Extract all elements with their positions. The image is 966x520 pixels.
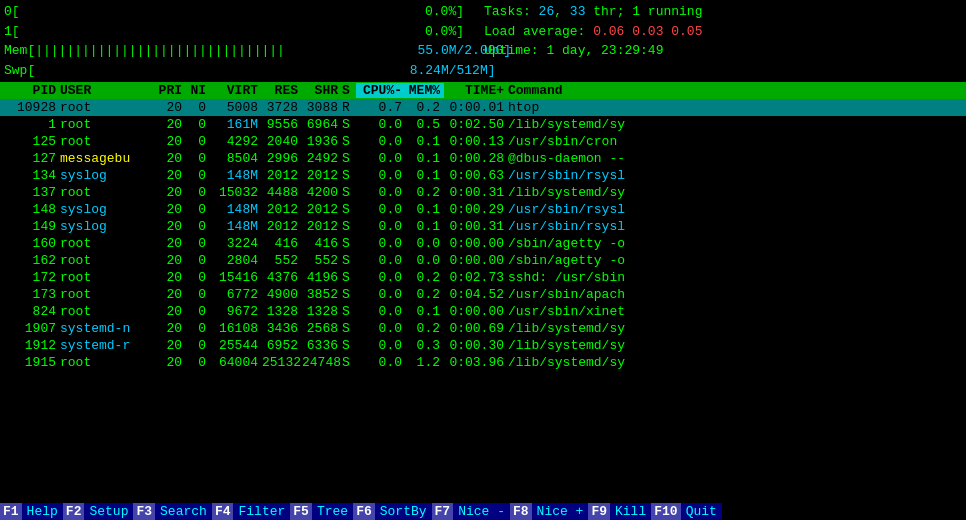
swp-bar	[35, 61, 43, 81]
load-v1: 0.06 0.03 0.05	[593, 24, 702, 39]
cpu0-label: 0[	[4, 2, 20, 22]
uptime-val: 1 day, 23:29:49	[546, 43, 663, 58]
cpu1-bar	[20, 22, 425, 42]
tasks-n1: 26	[539, 4, 555, 19]
f7-label: Nice -	[453, 503, 510, 520]
col-time[interactable]: TIME+	[444, 83, 508, 98]
tasks-n3: 1 running	[632, 4, 702, 19]
table-row[interactable]: 137 root 20 0 15032 4488 4200 S 0.0 0.2 …	[0, 184, 966, 201]
f10-label: Quit	[681, 503, 722, 520]
table-row[interactable]: 125 root 20 0 4292 2040 1936 S 0.0 0.1 0…	[0, 133, 966, 150]
cpu1-pct: 0.0%]	[425, 22, 464, 42]
col-s[interactable]: S	[342, 83, 356, 98]
f8-key: F8	[510, 503, 532, 520]
table-row[interactable]: 149 syslog 20 0 148M 2012 2012 S 0.0 0.1…	[0, 218, 966, 235]
table-row[interactable]: 1907 systemd-n 20 0 16108 3436 2568 S 0.…	[0, 320, 966, 337]
f6-key: F6	[353, 503, 375, 520]
cpu0-bar	[20, 2, 425, 22]
col-res[interactable]: RES	[262, 83, 302, 98]
f4-label: Filter	[233, 503, 290, 520]
column-headers: PID USER PRI NI VIRT RES SHR S CPU%- MEM…	[0, 82, 966, 99]
f2-key: F2	[63, 503, 85, 520]
process-list: 10928 root 20 0 5008 3728 3088 R 0.7 0.2…	[0, 99, 966, 371]
mem-row: Mem[ |||||||||||||||||||||||||||||||| 55…	[4, 41, 962, 61]
swp-label: Swp[	[4, 61, 35, 81]
footer-item-f8[interactable]: F8 Nice +	[510, 503, 588, 520]
table-row[interactable]: 173 root 20 0 6772 4900 3852 S 0.0 0.2 0…	[0, 286, 966, 303]
tasks-label: Tasks:	[484, 4, 539, 19]
footer-item-f5[interactable]: F5 Tree	[290, 503, 353, 520]
f6-label: SortBy	[375, 503, 432, 520]
table-row[interactable]: 10928 root 20 0 5008 3728 3088 R 0.7 0.2…	[0, 99, 966, 116]
col-ni[interactable]: NI	[186, 83, 210, 98]
tasks-n2: 33	[570, 4, 586, 19]
table-row[interactable]: 1912 systemd-r 20 0 25544 6952 6336 S 0.…	[0, 337, 966, 354]
col-cmd[interactable]: Command	[508, 83, 962, 98]
col-shr[interactable]: SHR	[302, 83, 342, 98]
footer-item-f7[interactable]: F7 Nice -	[432, 503, 510, 520]
cpu1-row: 1[ 0.0%] Load average: 0.06 0.03 0.05	[4, 22, 962, 42]
f5-key: F5	[290, 503, 312, 520]
f7-key: F7	[432, 503, 454, 520]
table-row[interactable]: 824 root 20 0 9672 1328 1328 S 0.0 0.1 0…	[0, 303, 966, 320]
f1-key: F1	[0, 503, 22, 520]
f4-key: F4	[212, 503, 234, 520]
cpu1-label: 1[	[4, 22, 20, 42]
table-row[interactable]: 127 messagebu 20 0 8504 2996 2492 S 0.0 …	[0, 150, 966, 167]
htop-window: 0[ 0.0%] Tasks: 26, 33 thr; 1 running 1[	[0, 0, 966, 520]
col-cpu[interactable]: CPU%-	[356, 83, 406, 98]
swp-row: Swp[ 8.24M/512M]	[4, 61, 962, 81]
footer-item-f1[interactable]: F1 Help	[0, 503, 63, 520]
load-label: Load average:	[484, 24, 593, 39]
table-row[interactable]: 160 root 20 0 3224 416 416 S 0.0 0.0 0:0…	[0, 235, 966, 252]
f9-key: F9	[588, 503, 610, 520]
col-user[interactable]: USER	[60, 83, 150, 98]
footer-item-f9[interactable]: F9 Kill	[588, 503, 651, 520]
header: 0[ 0.0%] Tasks: 26, 33 thr; 1 running 1[	[0, 0, 966, 80]
footer-item-f2[interactable]: F2 Setup	[63, 503, 134, 520]
f9-label: Kill	[610, 503, 651, 520]
swp-val: 8.24M/512M]	[43, 61, 495, 81]
footer: F1 Help F2 Setup F3 Search F4 Filter F5 …	[0, 503, 966, 520]
footer-item-f6[interactable]: F6 SortBy	[353, 503, 431, 520]
f3-key: F3	[133, 503, 155, 520]
footer-item-f3[interactable]: F3 Search	[133, 503, 211, 520]
f8-label: Nice +	[532, 503, 589, 520]
table-row[interactable]: 134 syslog 20 0 148M 2012 2012 S 0.0 0.1…	[0, 167, 966, 184]
table-row[interactable]: 162 root 20 0 2804 552 552 S 0.0 0.0 0:0…	[0, 252, 966, 269]
cpu0-row: 0[ 0.0%] Tasks: 26, 33 thr; 1 running	[4, 2, 962, 22]
col-mem[interactable]: MEM%	[406, 83, 444, 98]
mem-label: Mem[	[4, 41, 35, 61]
table-row[interactable]: 1915 root 20 0 64004 25132 24748 S 0.0 1…	[0, 354, 966, 371]
table-row[interactable]: 172 root 20 0 15416 4376 4196 S 0.0 0.2 …	[0, 269, 966, 286]
f2-label: Setup	[84, 503, 133, 520]
footer-item-f4[interactable]: F4 Filter	[212, 503, 290, 520]
mem-bar: ||||||||||||||||||||||||||||||||	[35, 41, 285, 61]
f1-label: Help	[22, 503, 63, 520]
col-pri[interactable]: PRI	[150, 83, 186, 98]
f10-key: F10	[651, 503, 680, 520]
f5-label: Tree	[312, 503, 353, 520]
table-row[interactable]: 148 syslog 20 0 148M 2012 2012 S 0.0 0.1…	[0, 201, 966, 218]
uptime-label: Uptime:	[484, 43, 546, 58]
f3-label: Search	[155, 503, 212, 520]
col-pid[interactable]: PID	[4, 83, 60, 98]
footer-item-f10[interactable]: F10 Quit	[651, 503, 722, 520]
col-virt[interactable]: VIRT	[210, 83, 262, 98]
table-row[interactable]: 1 root 20 0 161M 9556 6964 S 0.0 0.5 0:0…	[0, 116, 966, 133]
cpu0-pct: 0.0%]	[425, 2, 464, 22]
